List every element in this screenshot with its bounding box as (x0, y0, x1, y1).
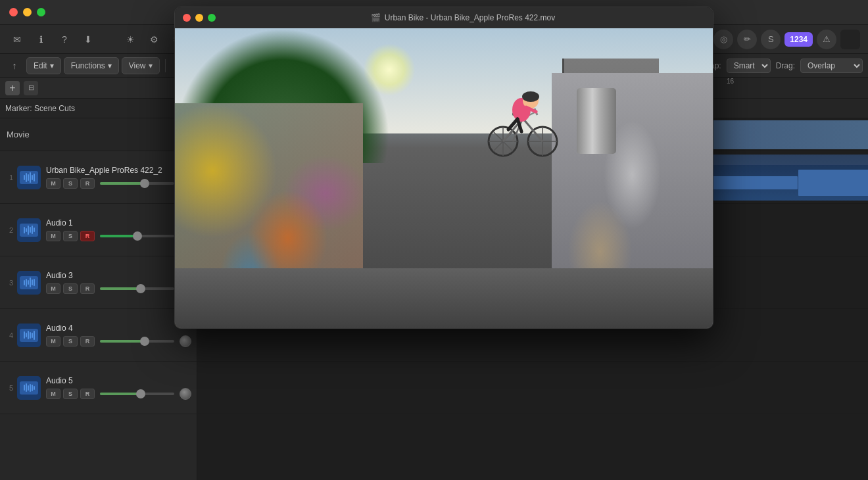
video-preview-window: 🎬 Urban Bike - Urban Bike_Apple ProRes 4… (174, 7, 713, 329)
track-controls-1: M S R (46, 178, 191, 189)
track-item: 1 Urban Bike_Apple ProRes 422_2 M S R (0, 151, 197, 204)
alley-scene (175, 28, 713, 328)
solo-button-4[interactable]: S (63, 336, 78, 347)
marker-row: Marker: Scene Cuts + (0, 99, 197, 118)
view-menu-button[interactable]: View ▾ (122, 57, 160, 74)
movie-label: Movie (7, 130, 30, 139)
video-maximize-button[interactable] (208, 14, 216, 22)
s-icon[interactable]: S (761, 30, 781, 49)
video-icon: 🎬 (371, 13, 381, 22)
mute-button-1[interactable]: M (46, 178, 60, 189)
record-button-2[interactable]: R (80, 231, 95, 241)
tracks-panel: + ⊟ 📌 Marker: Scene Cuts + Movie 1 (0, 78, 197, 480)
track-item-5: 5 Audio 5 M S R (0, 362, 197, 414)
track-icon-3 (17, 271, 41, 295)
edit-chevron: ▾ (50, 61, 54, 70)
snap-section: Snap: Smart Bar Beat Drag: Overlap No Ov… (700, 59, 863, 73)
drag-select[interactable]: Overlap No Overlap (800, 59, 863, 73)
solo-button-3[interactable]: S (63, 283, 78, 294)
track-controls-5: M S R (46, 388, 191, 400)
volume-slider-1[interactable] (100, 182, 174, 185)
add-track-button[interactable]: + (5, 81, 20, 95)
video-close-button[interactable] (183, 14, 191, 22)
track-controls-4: M S R (46, 335, 191, 347)
track-icon-1 (17, 166, 41, 189)
track-info-3: Audio 3 M S R (46, 271, 191, 295)
functions-menu-button[interactable]: Functions ▾ (64, 57, 119, 74)
track-info-1: Urban Bike_Apple ProRes 422_2 M S R (46, 166, 191, 189)
pan-knob-5[interactable] (180, 388, 191, 400)
record-button-4[interactable]: R (80, 336, 95, 347)
track-item-2: 2 Audio 1 M S R (0, 204, 197, 256)
track-name-2: Audio 1 (46, 218, 191, 228)
video-title: 🎬 Urban Bike - Urban Bike_Apple ProRes 4… (221, 13, 705, 22)
separator-1 (165, 59, 166, 72)
solo-button-2[interactable]: S (63, 231, 78, 241)
video-minimize-button[interactable] (195, 14, 203, 22)
svg-line-19 (508, 119, 518, 130)
functions-chevron: ▾ (108, 61, 112, 70)
alert-icon[interactable]: ⚠ (817, 30, 836, 49)
pan-knob-4[interactable] (180, 335, 191, 347)
track-info-5: Audio 5 M S R (46, 376, 191, 400)
track-folder-button[interactable]: ⊟ (24, 81, 38, 95)
volume-slider-3[interactable] (100, 287, 174, 290)
volume-slider-5[interactable] (100, 393, 174, 395)
info-icon[interactable]: ℹ (32, 30, 50, 49)
view-label: View (129, 61, 146, 70)
mute-button-4[interactable]: M (46, 336, 60, 347)
track-controls-3: M S R (46, 283, 191, 295)
functions-label: Functions (71, 61, 105, 70)
track-item-3: 3 Audio 3 M S R (0, 256, 197, 309)
alley-floor (175, 268, 713, 328)
record-button-1[interactable]: R (80, 178, 95, 189)
track-number-2: 2 (5, 226, 13, 234)
mixer-icon[interactable]: ⚙ (145, 30, 163, 49)
video-title-bar: 🎬 Urban Bike - Urban Bike_Apple ProRes 4… (175, 7, 713, 28)
movie-track: Movie (0, 118, 197, 151)
maximize-button[interactable] (37, 8, 45, 16)
video-content (175, 28, 713, 328)
track-name-3: Audio 3 (46, 271, 191, 280)
view-chevron: ▾ (149, 61, 153, 70)
go-up-button[interactable]: ↑ (5, 57, 24, 74)
options-icon[interactable]: ✉ (8, 30, 26, 49)
track-icon-2 (17, 218, 41, 242)
track-number-4: 4 (5, 331, 13, 339)
edit-menu-button[interactable]: Edit ▾ (26, 57, 61, 74)
ruler-mark-16: 16 (727, 78, 734, 85)
track-icon-5 (17, 376, 41, 400)
volume-slider-2[interactable] (100, 235, 174, 237)
download-icon[interactable]: ⬇ (79, 30, 97, 49)
snap-select[interactable]: Smart Bar Beat (727, 59, 771, 73)
edit-label: Edit (34, 61, 47, 70)
marker-label: Marker: Scene Cuts (5, 104, 75, 113)
headphone-icon[interactable]: ◎ (713, 30, 733, 49)
pencil-icon[interactable]: ✏ (737, 30, 757, 49)
window-controls[interactable] (9, 8, 45, 16)
record-button-5[interactable]: R (80, 389, 95, 399)
mute-button-2[interactable]: M (46, 231, 60, 241)
metal-barrel (577, 88, 616, 154)
close-button[interactable] (9, 8, 18, 16)
track-info-4: Audio 4 M S R (46, 324, 191, 347)
solo-button-1[interactable]: S (63, 178, 78, 189)
drag-label: Drag: (776, 61, 795, 70)
solo-button-5[interactable]: S (63, 389, 78, 399)
track-number-5: 5 (5, 384, 13, 392)
video-window-controls[interactable] (183, 14, 216, 22)
volume-slider-4[interactable] (100, 340, 174, 343)
video-title-text: Urban Bike - Urban Bike_Apple ProRes 422… (385, 13, 555, 22)
track-number-3: 3 (5, 279, 13, 287)
svg-point-17 (522, 91, 539, 102)
record-button-3[interactable]: R (80, 283, 95, 294)
audio-clip-row-5 (197, 362, 868, 414)
track-info-2: Audio 1 M S R (46, 218, 191, 242)
minimize-button[interactable] (23, 8, 32, 16)
track-name-4: Audio 4 (46, 324, 191, 333)
brightness-icon[interactable]: ☀ (121, 30, 139, 49)
help-icon[interactable]: ? (55, 30, 74, 49)
mute-button-3[interactable]: M (46, 283, 60, 294)
track-name-1: Urban Bike_Apple ProRes 422_2 (46, 166, 191, 175)
mute-button-5[interactable]: M (46, 389, 60, 399)
